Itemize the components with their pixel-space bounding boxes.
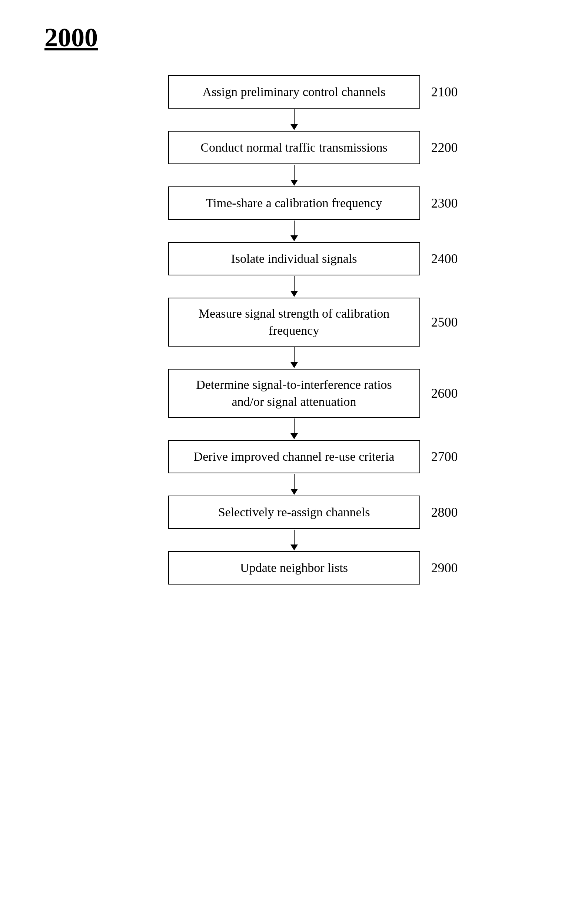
step-2300-box: Time-share a calibration frequency [168, 186, 420, 220]
flowchart: Assign preliminary control channels2100C… [30, 75, 558, 585]
arrow-head-7 [291, 489, 298, 495]
step-2900-label: 2900 [431, 560, 468, 575]
arrow-7 [30, 473, 558, 495]
step-2600-label: 2600 [431, 386, 468, 401]
step-2800-row: Selectively re-assign channels2800 [30, 495, 558, 529]
arrow-head-3 [291, 236, 298, 241]
arrow-head-8 [291, 545, 298, 550]
step-2800-box: Selectively re-assign channels [168, 495, 420, 529]
diagram-title: 2000 [45, 22, 558, 53]
arrow-line-7 [294, 474, 294, 489]
arrow-line-8 [294, 530, 294, 545]
arrow-line-4 [294, 276, 294, 291]
step-2400-row: Isolate individual signals2400 [30, 242, 558, 276]
step-2300-row: Time-share a calibration frequency2300 [30, 186, 558, 220]
arrow-4 [30, 276, 558, 298]
step-2500-label: 2500 [431, 314, 468, 330]
arrow-3 [30, 220, 558, 242]
step-2100-label: 2100 [431, 84, 468, 100]
arrow-line-5 [294, 347, 294, 362]
step-2400-label: 2400 [431, 251, 468, 266]
step-2100-box: Assign preliminary control channels [168, 75, 420, 109]
arrow-head-5 [291, 362, 298, 368]
arrow-2 [30, 164, 558, 186]
step-2400-box: Isolate individual signals [168, 242, 420, 276]
step-2200-label: 2200 [431, 140, 468, 155]
step-2700-row: Derive improved channel re-use criteria2… [30, 440, 558, 473]
step-2200-row: Conduct normal traffic transmissions2200 [30, 131, 558, 164]
arrow-line-2 [294, 165, 294, 180]
step-2800-label: 2800 [431, 505, 468, 520]
step-2300-label: 2300 [431, 196, 468, 211]
arrow-head-4 [291, 291, 298, 297]
arrow-5 [30, 346, 558, 369]
step-2700-label: 2700 [431, 449, 468, 465]
step-2900-row: Update neighbor lists2900 [30, 551, 558, 585]
arrow-6 [30, 418, 558, 440]
arrow-head-6 [291, 433, 298, 439]
arrow-1 [30, 109, 558, 131]
step-2100-row: Assign preliminary control channels2100 [30, 75, 558, 109]
step-2600-row: Determine signal-to-interference ratios … [30, 369, 558, 418]
step-2700-box: Derive improved channel re-use criteria [168, 440, 420, 473]
arrow-line-1 [294, 109, 294, 124]
arrow-8 [30, 529, 558, 551]
step-2600-box: Determine signal-to-interference ratios … [168, 369, 420, 418]
arrow-head-2 [291, 180, 298, 186]
arrow-head-1 [291, 124, 298, 130]
step-2900-box: Update neighbor lists [168, 551, 420, 585]
step-2200-box: Conduct normal traffic transmissions [168, 131, 420, 164]
arrow-line-6 [294, 418, 294, 433]
step-2500-box: Measure signal strength of calibration f… [168, 298, 420, 346]
arrow-line-3 [294, 221, 294, 236]
step-2500-row: Measure signal strength of calibration f… [30, 298, 558, 346]
